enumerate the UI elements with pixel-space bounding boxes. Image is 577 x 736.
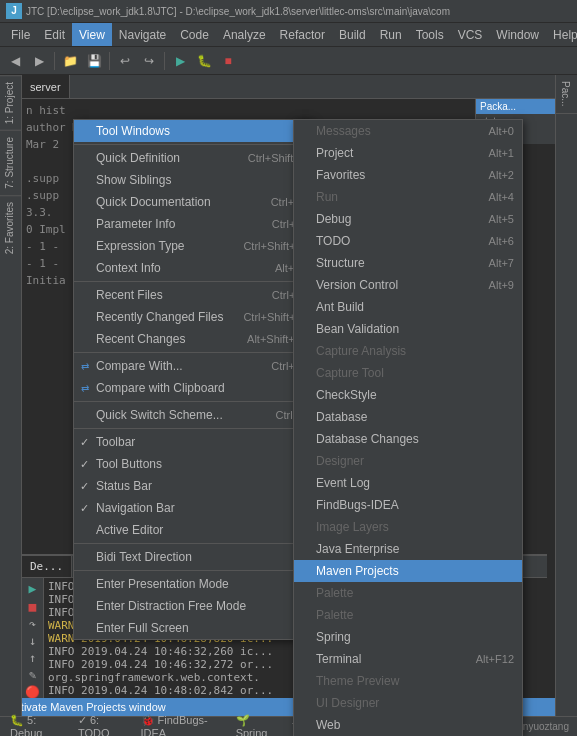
view-presentation[interactable]: Enter Presentation Mode [74, 573, 311, 595]
view-fullscreen[interactable]: Enter Full Screen [74, 617, 311, 639]
view-recent-changes[interactable]: Recent Changes Alt+Shift+C [74, 328, 311, 350]
view-menu-tool-windows[interactable]: Tool Windows ▶ [74, 120, 311, 142]
tw-findbugs[interactable]: FindBugs-IDEA [294, 494, 522, 516]
menu-build[interactable]: Build [332, 23, 373, 46]
tw-designer[interactable]: Designer [294, 450, 522, 472]
toolbar-save-btn[interactable]: 💾 [83, 50, 105, 72]
view-distraction[interactable]: Enter Distraction Free Mode [74, 595, 311, 617]
menu-edit[interactable]: Edit [37, 23, 72, 46]
menu-refactor[interactable]: Refactor [273, 23, 332, 46]
tw-palette1[interactable]: Palette [294, 582, 522, 604]
view-status-bar[interactable]: ✓ Status Bar [74, 475, 311, 497]
toolbar-redo-btn[interactable]: ↪ [138, 50, 160, 72]
tw-web[interactable]: Web [294, 714, 522, 736]
tw-java-enterprise[interactable]: Java Enterprise [294, 538, 522, 560]
quick-switch-label: Quick Switch Scheme... [96, 408, 223, 422]
view-sep5 [74, 428, 311, 429]
tw-theme-preview[interactable]: Theme Preview [294, 670, 522, 692]
view-bidi-text[interactable]: Bidi Text Direction ▶ [74, 546, 311, 568]
view-nav-bar[interactable]: ✓ Navigation Bar [74, 497, 311, 519]
toolbar-back-btn[interactable]: ◀ [4, 50, 26, 72]
tw-palette2[interactable]: Palette [294, 604, 522, 626]
tw-spring[interactable]: Spring [294, 626, 522, 648]
view-compare-with[interactable]: ⇄ Compare With... Ctrl+D [74, 355, 311, 377]
tw-favorites[interactable]: Favorites Alt+2 [294, 164, 522, 186]
debug-step-out-icon[interactable]: ↑ [29, 651, 36, 665]
tw-capture-tool[interactable]: Capture Tool [294, 362, 522, 384]
tw-messages[interactable]: Messages Alt+0 [294, 120, 522, 142]
menu-window[interactable]: Window [489, 23, 546, 46]
favorites-panel-tab[interactable]: 2: Favorites [0, 195, 21, 260]
debug-breakpoints-icon[interactable]: 🔴 [25, 685, 40, 699]
tw-checkstyle[interactable]: CheckStyle [294, 384, 522, 406]
tw-ant-build[interactable]: Ant Build [294, 296, 522, 318]
view-quick-def[interactable]: Quick Definition Ctrl+Shift+I [74, 147, 311, 169]
debug-resume-icon[interactable]: ▶ [29, 581, 37, 596]
toolbar-undo-btn[interactable]: ↩ [114, 50, 136, 72]
active-editor-label: Active Editor [96, 523, 163, 537]
debug-evaluate-icon[interactable]: ✎ [29, 668, 36, 682]
tw-terminal[interactable]: Terminal Alt+F12 [294, 648, 522, 670]
toolbar-sep2 [109, 52, 110, 70]
findbugs-label: FindBugs-IDEA [316, 498, 399, 512]
view-quick-switch[interactable]: Quick Switch Scheme... Ctrl+` [74, 404, 311, 426]
toolbar-forward-btn[interactable]: ▶ [28, 50, 50, 72]
project-panel-tab[interactable]: 1: Project [0, 75, 21, 130]
menu-vcs[interactable]: VCS [451, 23, 490, 46]
debug-step-over-icon[interactable]: ↷ [29, 617, 36, 631]
tw-ui-designer[interactable]: UI Designer [294, 692, 522, 714]
tw-maven-projects[interactable]: Maven Projects [294, 560, 522, 582]
menu-help[interactable]: Help [546, 23, 577, 46]
menu-navigate[interactable]: Navigate [112, 23, 173, 46]
view-dropdown-menu: Tool Windows ▶ Quick Definition Ctrl+Shi… [73, 119, 312, 640]
notification-text: Activate Maven Projects window [8, 701, 166, 713]
view-active-editor[interactable]: Active Editor ▶ [74, 519, 311, 541]
terminal-label: Terminal [316, 652, 361, 666]
menu-code[interactable]: Code [173, 23, 216, 46]
tw-structure[interactable]: Structure Alt+7 [294, 252, 522, 274]
view-context-info[interactable]: Context Info Alt+Q [74, 257, 311, 279]
menu-tools[interactable]: Tools [409, 23, 451, 46]
view-recent-files[interactable]: Recent Files Ctrl+E [74, 284, 311, 306]
ui-designer-label: UI Designer [316, 696, 379, 710]
tw-project[interactable]: Project Alt+1 [294, 142, 522, 164]
tw-capture-analysis[interactable]: Capture Analysis [294, 340, 522, 362]
tw-run[interactable]: Run Alt+4 [294, 186, 522, 208]
menu-view[interactable]: View [72, 23, 112, 46]
toolbar-run-btn[interactable]: ▶ [169, 50, 191, 72]
menu-file[interactable]: File [4, 23, 37, 46]
toolbar-debug-btn[interactable]: 🐛 [193, 50, 215, 72]
view-toolbar[interactable]: ✓ Toolbar [74, 431, 311, 453]
tw-debug[interactable]: Debug Alt+5 [294, 208, 522, 230]
version-control-shortcut: Alt+9 [469, 279, 514, 291]
tw-todo[interactable]: TODO Alt+6 [294, 230, 522, 252]
view-compare-clipboard[interactable]: ⇄ Compare with Clipboard [74, 377, 311, 399]
tw-database-changes[interactable]: Database Changes [294, 428, 522, 450]
debug-status-tab[interactable]: 🐛 5: Debug [4, 713, 70, 736]
debug-step-into-icon[interactable]: ↓ [29, 634, 36, 648]
menu-run[interactable]: Run [373, 23, 409, 46]
debug-panel-tab[interactable]: De... [22, 556, 72, 577]
tw-image-layers[interactable]: Image Layers [294, 516, 522, 538]
server-tab[interactable]: server [22, 75, 70, 98]
findbugs-status-tab[interactable]: 🐞 FindBugs-IDEA [135, 713, 228, 736]
view-tool-buttons[interactable]: ✓ Tool Buttons [74, 453, 311, 475]
menu-analyze[interactable]: Analyze [216, 23, 273, 46]
view-param-info[interactable]: Parameter Info Ctrl+P [74, 213, 311, 235]
toolbar-stop-btn[interactable]: ■ [217, 50, 239, 72]
right-panel-tab-1[interactable]: Pac... [556, 75, 577, 114]
view-recently-changed[interactable]: Recently Changed Files Ctrl+Shift+E [74, 306, 311, 328]
debug-stop-icon[interactable]: ■ [29, 599, 37, 614]
nav-bar-check: ✓ [80, 502, 89, 515]
structure-panel-tab[interactable]: 7: Structure [0, 130, 21, 195]
view-quick-doc[interactable]: Quick Documentation Ctrl+Q [74, 191, 311, 213]
todo-status-tab[interactable]: ✓ 6: TODO [72, 713, 133, 736]
tw-version-control[interactable]: Version Control Alt+9 [294, 274, 522, 296]
tw-bean-validation[interactable]: Bean Validation [294, 318, 522, 340]
view-show-siblings[interactable]: Show Siblings [74, 169, 311, 191]
spring-status-tab[interactable]: 🌱 Spring [230, 713, 285, 736]
tw-event-log[interactable]: Event Log [294, 472, 522, 494]
view-expr-type[interactable]: Expression Type Ctrl+Shift+P [74, 235, 311, 257]
toolbar-open-btn[interactable]: 📁 [59, 50, 81, 72]
tw-database[interactable]: Database [294, 406, 522, 428]
